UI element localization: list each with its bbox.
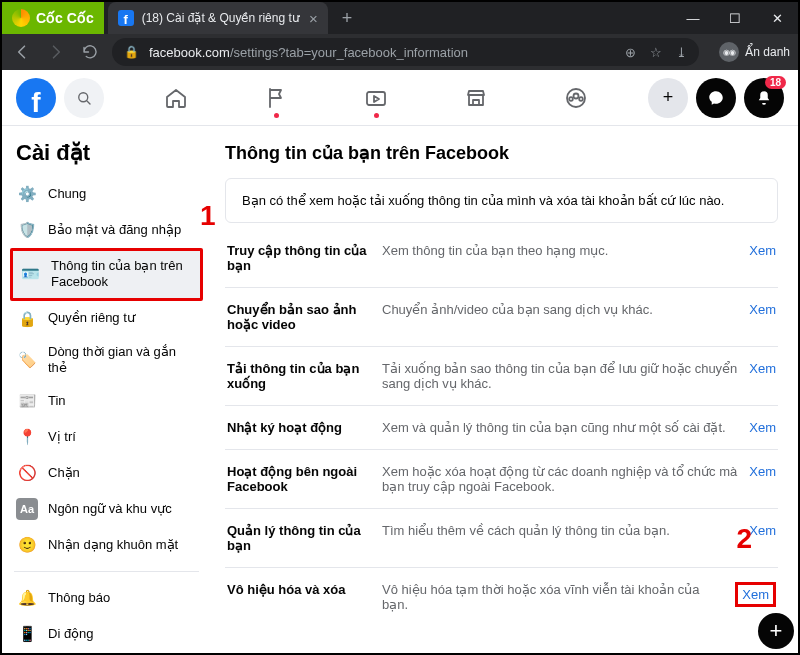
sidebar-item-card[interactable]: 🪪Thông tin của bạn trên Facebook (10, 248, 203, 301)
nav-reload-button[interactable] (78, 40, 102, 64)
sidebar-item-mobile[interactable]: 📱Di động (10, 616, 203, 652)
new-tab-button[interactable]: + (328, 8, 367, 29)
svg-point-5 (579, 97, 583, 101)
block-icon: 🚫 (16, 462, 38, 484)
row-description: Tải xuống bản sao thông tin của bạn để l… (382, 361, 749, 391)
coccoc-logo-icon (12, 9, 30, 27)
arrow-right-icon (46, 42, 66, 62)
svg-point-4 (569, 97, 573, 101)
zoom-icon[interactable]: ⊕ (625, 45, 636, 60)
sidebar-item-globe[interactable]: 🌐Bài viết công khai (10, 652, 203, 653)
sidebar-title: Cài đặt (10, 140, 203, 166)
flag-icon (264, 86, 288, 110)
nav-home[interactable] (146, 86, 206, 110)
notification-count-badge: 18 (765, 76, 786, 89)
sidebar-item-label: Di động (48, 626, 94, 642)
nav-back-button[interactable] (10, 40, 34, 64)
sidebar-item-lock[interactable]: 🔒Quyền riêng tư (10, 301, 203, 337)
sidebar-item-news[interactable]: 📰Tin (10, 383, 203, 419)
shield-icon: 🛡️ (16, 219, 38, 241)
search-icon (75, 89, 93, 107)
nav-marketplace[interactable] (446, 86, 506, 110)
sidebar-item-lang[interactable]: AaNgôn ngữ và khu vực (10, 491, 203, 527)
row-view-link[interactable]: Xem (749, 361, 776, 376)
annotation-1: 1 (200, 200, 216, 232)
notification-dot-icon (274, 113, 279, 118)
nav-watch[interactable] (346, 86, 406, 110)
sidebar-item-bell[interactable]: 🔔Thông báo (10, 580, 203, 616)
sidebar-item-label: Bảo mật và đăng nhập (48, 222, 181, 238)
messenger-button[interactable] (696, 78, 736, 118)
settings-main: Thông tin của bạn trên Facebook Bạn có t… (207, 126, 798, 653)
row-description: Chuyển ảnh/video của bạn sang dịch vụ kh… (382, 302, 749, 317)
notifications-button[interactable]: 18 (744, 78, 784, 118)
bell-icon: 🔔 (16, 587, 38, 609)
nav-groups[interactable] (546, 86, 606, 110)
tag-icon: 🏷️ (16, 349, 38, 371)
create-button[interactable]: + (648, 78, 688, 118)
tab-title: (18) Cài đặt & Quyền riêng tư (142, 11, 300, 25)
annotation-2: 2 (736, 523, 752, 555)
lock-icon: 🔒 (124, 45, 139, 59)
sidebar-item-label: Chặn (48, 465, 80, 481)
row-view-link[interactable]: Xem (749, 523, 776, 538)
settings-row: Truy cập thông tin của bạnXem thông tin … (225, 229, 778, 287)
row-title: Tải thông tin của bạn xuống (227, 361, 382, 391)
row-description: Xem hoặc xóa hoạt động từ các doanh nghi… (382, 464, 749, 494)
sidebar-item-label: Dòng thời gian và gắn thẻ (48, 344, 197, 377)
row-title: Truy cập thông tin của bạn (227, 243, 382, 273)
settings-row: Chuyển bản sao ảnh hoặc videoChuyển ảnh/… (225, 287, 778, 346)
download-icon[interactable]: ⤓ (676, 45, 687, 60)
row-title: Quản lý thông tin của bạn (227, 523, 382, 553)
lang-icon: Aa (16, 498, 38, 520)
window-minimize-icon[interactable]: — (672, 11, 714, 26)
row-title: Chuyển bản sao ảnh hoặc video (227, 302, 382, 332)
sidebar-item-pin[interactable]: 📍Vị trí (10, 419, 203, 455)
url-path: /settings?tab=your_facebook_information (230, 45, 468, 60)
header-actions: + 18 (648, 78, 784, 118)
watch-icon (364, 86, 388, 110)
floating-add-button[interactable]: + (758, 613, 794, 649)
arrow-left-icon (12, 42, 32, 62)
plus-icon: + (770, 618, 783, 644)
facebook-logo-icon[interactable] (16, 78, 56, 118)
row-view-link[interactable]: Xem (749, 302, 776, 317)
bookmark-icon[interactable]: ☆ (650, 45, 662, 60)
tab-close-icon[interactable]: × (309, 10, 318, 27)
sidebar-item-face[interactable]: 🙂Nhận dạng khuôn mặt (10, 527, 203, 563)
window-close-icon[interactable]: ✕ (756, 11, 798, 26)
row-view-link[interactable]: Xem (749, 464, 776, 479)
facebook-header: + 18 (2, 70, 798, 126)
sidebar-item-shield[interactable]: 🛡️Bảo mật và đăng nhập (10, 212, 203, 248)
sidebar-item-label: Thông báo (48, 590, 110, 606)
coccoc-name: Cốc Cốc (36, 10, 94, 26)
sidebar-item-tag[interactable]: 🏷️Dòng thời gian và gắn thẻ (10, 337, 203, 384)
sidebar-item-label: Vị trí (48, 429, 76, 445)
row-title: Hoạt động bên ngoài Facebook (227, 464, 382, 494)
url-field[interactable]: 🔒 facebook.com /settings?tab=your_facebo… (112, 38, 699, 66)
bell-icon (755, 89, 773, 107)
card-icon: 🪪 (19, 263, 41, 285)
sidebar-item-gear[interactable]: ⚙️Chung (10, 176, 203, 212)
row-view-link[interactable]: Xem (749, 243, 776, 258)
sidebar-item-block[interactable]: 🚫Chặn (10, 455, 203, 491)
page-title: Thông tin của bạn trên Facebook (225, 142, 778, 164)
incognito-indicator[interactable]: Ẩn danh (719, 42, 790, 62)
settings-row: Vô hiệu hóa và xóaVô hiệu hóa tạm thời h… (225, 567, 778, 626)
settings-row: Quản lý thông tin của bạnTìm hiểu thêm v… (225, 508, 778, 567)
row-view-link[interactable]: Xem (735, 582, 776, 607)
search-button[interactable] (64, 78, 104, 118)
center-navigation (104, 86, 648, 110)
svg-point-3 (574, 93, 579, 98)
sidebar-item-label: Ngôn ngữ và khu vực (48, 501, 172, 517)
window-controls: — ☐ ✕ (672, 11, 798, 26)
groups-icon (564, 86, 588, 110)
browser-tab-active[interactable]: (18) Cài đặt & Quyền riêng tư × (108, 2, 328, 34)
row-view-link[interactable]: Xem (749, 420, 776, 435)
facebook-favicon-icon (118, 10, 134, 26)
home-icon (164, 86, 188, 110)
window-maximize-icon[interactable]: ☐ (714, 11, 756, 26)
nav-pages[interactable] (246, 86, 306, 110)
browser-address-bar: 🔒 facebook.com /settings?tab=your_facebo… (2, 34, 798, 70)
coccoc-badge[interactable]: Cốc Cốc (2, 2, 104, 34)
